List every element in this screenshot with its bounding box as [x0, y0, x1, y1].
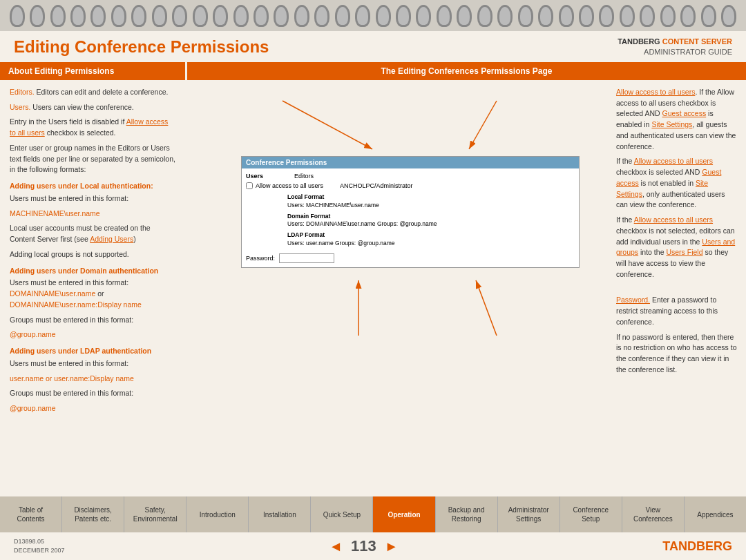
password-label: Password:: [246, 255, 275, 262]
spiral-ring: [701, 5, 716, 27]
password-input[interactable]: [279, 253, 334, 263]
allow-access-link-right-3[interactable]: Allow access to all users: [634, 215, 713, 224]
spiral-ring: [193, 5, 208, 27]
brand-block: TANDBERG CONTENT SERVER ADMINISTRATOR GU…: [618, 37, 732, 58]
ldap-format-block: LDAP Format Users: user.name Groups: @gr…: [287, 231, 575, 248]
conf-perm-title: Conference Permissions: [242, 157, 579, 168]
ldap-format-value: user.name or user.name:Display name: [10, 374, 134, 383]
spiral-ring: [90, 5, 106, 27]
allow-access-link-1[interactable]: Allow access to all users: [10, 117, 168, 137]
spiral-ring: [497, 5, 513, 27]
nav-view-conferences[interactable]: ViewConferences: [622, 496, 685, 532]
nav-conference-setup[interactable]: ConferenceSetup: [560, 496, 622, 532]
nav-installation[interactable]: Installation: [249, 496, 311, 532]
adding-users-link[interactable]: Adding Users: [90, 235, 133, 243]
users-label: Users.: [10, 103, 30, 111]
local-format-block: Local Format Users: MACHINENAME\user.nam…: [287, 193, 575, 210]
guest-access-link-1[interactable]: Guest access: [662, 109, 707, 117]
page-number: 113: [351, 537, 376, 555]
editors-label: Editors.: [10, 88, 35, 96]
spiral-ring: [396, 5, 411, 27]
prev-page-button[interactable]: ◄: [329, 539, 343, 554]
spiral-ring: [721, 5, 736, 27]
conf-perm-body: Users Editors Allow access to all users …: [242, 168, 579, 267]
editor-value: ANCHOLPC/Administrator: [340, 182, 413, 189]
spiral-ring: [538, 5, 553, 27]
nav-operation[interactable]: Operation: [373, 496, 435, 532]
spiral-ring: [111, 5, 126, 27]
users-field-link[interactable]: Users Field: [666, 248, 702, 256]
spiral-ring: [518, 5, 533, 27]
allow-access-link-right-1[interactable]: Allow access to all users: [616, 88, 695, 96]
domain-format-2: DOMAINNAME\user.name:Display name: [10, 300, 142, 309]
ldap-group-format: @group.name: [10, 404, 56, 412]
nav-backup-restoring[interactable]: Backup andRestoring: [436, 496, 498, 532]
section-header-right: The Editing Conferences Permissions Page: [187, 62, 746, 80]
domain-format-1: DOMAINNAME\user.name: [10, 289, 95, 298]
brand-line2: ADMINISTRATOR GUIDE: [618, 47, 732, 57]
entry-disabled-paragraph: Entry in the Users field is disabled if …: [10, 117, 175, 139]
nav-table-of-contents[interactable]: Table ofContents: [0, 496, 62, 532]
ldap-group-p: Groups must be entered in this format:: [10, 388, 175, 399]
conf-perm-labels-row: Users Editors: [246, 173, 575, 180]
bottom-navigation: Table ofContents Disclaimers,Patents etc…: [0, 496, 746, 532]
right-p2: If the Allow access to all users checkbo…: [616, 156, 738, 211]
right-p1: Allow access to all users. If the Allow …: [616, 87, 738, 153]
spiral-ring: [50, 5, 66, 27]
right-p5: If no password is entered, then there is…: [616, 332, 738, 376]
next-page-button[interactable]: ►: [385, 539, 399, 554]
spiral-ring: [376, 5, 391, 27]
spiral-ring: [30, 5, 45, 27]
editors-text: Editors can edit and delete a conference…: [37, 88, 169, 96]
footer-doc-info: D13898.05 DECEMBER 2007: [14, 537, 65, 554]
spiral-ring: [254, 5, 269, 27]
footer-pagination: ◄ 113 ►: [329, 537, 398, 555]
nav-administrator-settings[interactable]: AdministratorSettings: [498, 496, 560, 532]
section-header-left: About Editing Permissions: [0, 62, 185, 80]
editors-col-label: Editors: [294, 173, 575, 180]
doc-date: DECEMBER 2007: [14, 546, 65, 555]
spiral-ring: [457, 5, 472, 27]
editors-paragraph: Editors. Editors can edit and delete a c…: [10, 87, 175, 98]
password-row: Password:: [246, 253, 575, 263]
center-panel: Conference Permissions Users Editors All…: [185, 80, 608, 487]
allow-access-checkbox[interactable]: [246, 182, 253, 189]
nav-appendices[interactable]: Appendices: [685, 496, 746, 532]
spiral-ring: [559, 5, 574, 27]
users-text: Users can view the conference.: [32, 103, 134, 111]
main-content: Editors. Editors can edit and delete a c…: [0, 80, 746, 487]
site-settings-link-1[interactable]: Site Settings: [651, 120, 692, 128]
users-col-label: Users: [246, 173, 287, 180]
left-panel: Editors. Editors can edit and delete a c…: [0, 80, 185, 487]
nav-disclaimers[interactable]: Disclaimers,Patents etc.: [62, 496, 124, 532]
footer: D13898.05 DECEMBER 2007 ◄ 113 ► TANDBERG: [0, 532, 746, 560]
spiral-ring: [640, 5, 655, 27]
spiral-ring: [233, 5, 249, 27]
spiral-ring: [599, 5, 614, 27]
spiral-ring: [70, 5, 86, 27]
nav-introduction[interactable]: Introduction: [186, 496, 249, 532]
right-panel: Allow access to all users. If the Allow …: [608, 80, 746, 487]
spiral-ring: [152, 5, 167, 27]
spiral-binding: [0, 0, 746, 31]
format-descriptions: Local Format Users: MACHINENAME\user.nam…: [287, 193, 575, 248]
spiral-ring: [477, 5, 492, 27]
domain-group-format: @group.name: [10, 330, 56, 338]
nav-safety[interactable]: Safety,Environmental: [124, 496, 186, 532]
spiral-ring: [335, 5, 350, 27]
local-auth-heading: Adding users under Local authentication:: [10, 181, 175, 192]
nav-quick-setup[interactable]: Quick Setup: [311, 496, 373, 532]
domain-format-block: Domain Format Users: DOMAINNAME\user.nam…: [287, 213, 575, 229]
footer-brand: TANDBERG: [662, 539, 732, 554]
svg-line-3: [469, 101, 497, 149]
section-headers: About Editing Permissions The Editing Co…: [0, 62, 746, 80]
password-link[interactable]: Password.: [616, 296, 650, 304]
right-p4: Password. Enter a password to restrict s…: [616, 295, 738, 327]
local-format-p1: Users must be entered in this format:: [10, 193, 175, 204]
spiral-ring: [355, 5, 370, 27]
right-p3: If the Allow access to all users checkbo…: [616, 215, 738, 280]
spiral-ring: [274, 5, 289, 27]
allow-access-link-right-2[interactable]: Allow access to all users: [634, 157, 713, 165]
spiral-ring: [680, 5, 696, 27]
local-groups-p: Adding local groups is not supported.: [10, 249, 175, 260]
